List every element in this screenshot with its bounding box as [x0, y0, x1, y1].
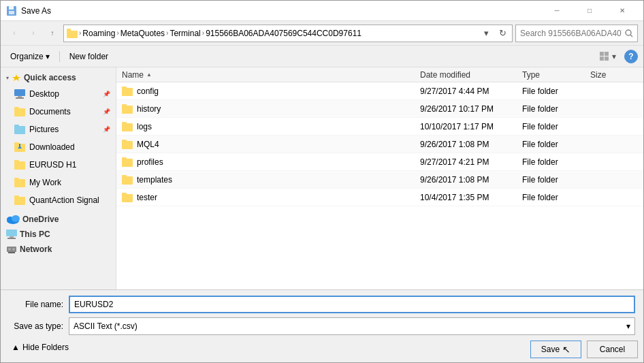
network-header[interactable]: Network [1, 242, 116, 257]
col-header-date[interactable]: Date modified [420, 70, 522, 80]
row-date: 10/10/2017 1:17 PM [420, 122, 522, 131]
sidebar-item-pictures[interactable]: Pictures 📌 [1, 121, 116, 138]
breadcrumb-terminal[interactable]: Terminal [170, 29, 200, 38]
filename-label: File name: [9, 300, 63, 309]
folder-row-icon [122, 122, 133, 131]
breadcrumb-metaquotes[interactable]: MetaQuotes [120, 29, 165, 38]
svg-marker-11 [12, 74, 20, 81]
cursor-indicator: ↖ [562, 344, 570, 355]
sort-arrow: ▲ [146, 72, 152, 78]
hide-folders-chevron: ▲ [12, 343, 20, 352]
hide-folders-label: Hide Folders [22, 343, 69, 352]
thispc-header[interactable]: This PC [1, 227, 116, 242]
filename-input[interactable] [69, 296, 635, 313]
savetype-select[interactable]: ASCII Text (*.csv) ▾ [69, 317, 635, 335]
sidebar-item-desktop-label: Desktop [29, 89, 99, 99]
breadcrumb-roaming[interactable]: Roaming [82, 29, 115, 38]
sidebar-item-eurusd-label: EURUSD H1 [29, 160, 110, 170]
svg-rect-42 [122, 104, 127, 107]
table-row[interactable]: logs 10/10/2017 1:17 PM File folder [116, 118, 643, 136]
savetype-row: Save as type: ASCII Text (*.csv) ▾ [1, 316, 643, 341]
view-button[interactable]: ▾ [597, 50, 619, 63]
svg-rect-9 [600, 57, 604, 61]
onedrive-label: OneDrive [22, 215, 59, 224]
sidebar-item-quantaction-label: QuantAction Signal [29, 195, 110, 205]
table-row[interactable]: config 9/27/2017 4:44 PM File folder [116, 82, 643, 100]
title-text: Save As [21, 6, 51, 16]
breadcrumb-sep-2: › [116, 29, 118, 37]
close-button[interactable]: ✕ [607, 1, 638, 21]
forward-button[interactable]: › [25, 25, 42, 42]
organize-button[interactable]: Organize ▾ [6, 50, 54, 63]
pictures-pin-icon: 📌 [103, 126, 110, 133]
svg-rect-2 [9, 11, 14, 14]
svg-rect-4 [67, 29, 71, 32]
search-icon [625, 29, 633, 37]
hide-folders-button[interactable]: ▲ Hide Folders [6, 343, 74, 356]
sidebar-item-mywork[interactable]: My Work [1, 174, 116, 191]
table-row[interactable]: history 9/26/2017 10:17 PM File folder [116, 100, 643, 118]
search-input[interactable] [520, 29, 622, 38]
svg-rect-1 [9, 6, 14, 10]
up-button[interactable]: ↑ [44, 25, 61, 42]
row-date: 9/27/2017 4:21 PM [420, 157, 522, 167]
row-name: tester [137, 193, 157, 202]
svg-rect-14 [16, 97, 24, 99]
toolbar: ‹ › ↑ › Roaming › MetaQuotes › Terminal … [1, 21, 643, 46]
folder-row-icon [122, 104, 133, 114]
row-type: File folder [522, 193, 590, 202]
save-button[interactable]: Save ↖ [530, 341, 581, 358]
title-bar-left: Save As [6, 5, 51, 16]
col-header-type[interactable]: Type [522, 70, 590, 80]
maximize-button[interactable]: □ [574, 1, 605, 21]
onedrive-icon [6, 215, 20, 224]
minimize-button[interactable]: ─ [541, 1, 573, 21]
table-row[interactable]: tester 10/4/2017 1:35 PM File folder [116, 189, 643, 206]
row-date: 9/26/2017 10:17 PM [420, 104, 522, 114]
address-dropdown-button[interactable]: ▾ [479, 27, 493, 40]
help-button[interactable]: ? [624, 50, 638, 63]
thispc-icon [6, 230, 17, 239]
col-header-size[interactable]: Size [590, 70, 638, 80]
svg-rect-33 [10, 236, 14, 238]
savetype-dropdown-icon: ▾ [626, 321, 630, 331]
table-row[interactable]: templates 9/26/2017 1:08 PM File folder [116, 171, 643, 189]
table-row[interactable]: MQL4 9/26/2017 1:08 PM File folder [116, 136, 643, 153]
sidebar-item-eurusd[interactable]: EURUSD H1 [1, 156, 116, 174]
row-type: File folder [522, 122, 590, 131]
svg-point-31 [12, 215, 20, 222]
quick-access-star-icon [12, 74, 21, 82]
sidebar-item-desktop[interactable]: Desktop 📌 [1, 85, 116, 103]
breadcrumb-hash[interactable]: 915566BA06ADA407569C544CC0D97611 [206, 29, 361, 38]
quick-access-header[interactable]: ▾ Quick access [1, 70, 116, 85]
svg-rect-18 [14, 125, 19, 127]
svg-rect-13 [18, 96, 22, 97]
documents-icon [14, 107, 25, 116]
documents-pin-icon: 📌 [103, 108, 110, 115]
title-bar: Save As ─ □ ✕ [1, 1, 643, 21]
svg-rect-8 [605, 52, 609, 56]
sidebar-item-quantaction[interactable]: QuantAction Signal [1, 191, 116, 209]
filename-row: File name: [1, 290, 643, 316]
file-list-header: Name ▲ Date modified Type Size [116, 67, 643, 82]
row-name: history [137, 104, 161, 114]
row-type: File folder [522, 157, 590, 167]
back-button[interactable]: ‹ [6, 25, 22, 42]
breadcrumb-sep-3: › [166, 29, 168, 37]
new-folder-button[interactable]: New folder [65, 50, 112, 63]
address-refresh-button[interactable]: ↻ [496, 27, 509, 40]
onedrive-header[interactable]: OneDrive [1, 212, 116, 227]
search-box[interactable] [515, 25, 638, 42]
address-bar[interactable]: › Roaming › MetaQuotes › Terminal › 9155… [63, 25, 513, 42]
svg-rect-16 [14, 107, 19, 110]
desktop-icon [14, 89, 25, 99]
col-header-name[interactable]: Name ▲ [122, 70, 420, 80]
sidebar-item-downloaded[interactable]: Downloaded [1, 138, 116, 156]
sidebar-item-documents[interactable]: Documents 📌 [1, 103, 116, 121]
cancel-button[interactable]: Cancel [587, 341, 638, 358]
svg-rect-32 [6, 230, 17, 236]
table-row[interactable]: profiles 9/27/2017 4:21 PM File folder [116, 153, 643, 171]
title-icon [6, 5, 17, 16]
row-name: MQL4 [137, 140, 159, 149]
row-date: 9/26/2017 1:08 PM [420, 175, 522, 185]
